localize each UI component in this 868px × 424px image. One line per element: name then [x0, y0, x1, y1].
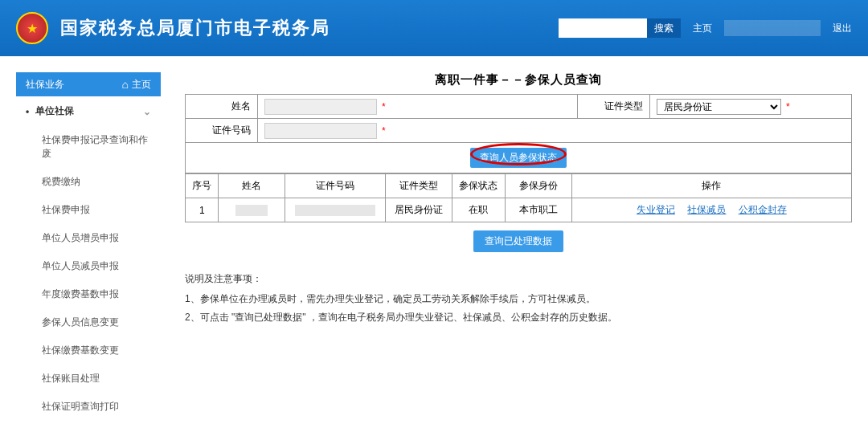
main-content: 离职一件事－－参保人员查询 姓名 * 证件类型 居民身份证* 证件号码 * 查询…: [161, 72, 852, 424]
result-table: 序号 姓名 证件号码 证件类型 参保状态 参保身份 操作 1 居民身份证 在职 …: [185, 173, 852, 222]
id-type-label: 证件类型: [577, 95, 649, 119]
cell-idtype: 居民身份证: [385, 198, 452, 222]
op-reduce-link[interactable]: 社保减员: [687, 204, 726, 215]
query-button-row: 查询人员参保状态: [185, 143, 852, 173]
sidebar-item-10[interactable]: 增加参保险种: [16, 421, 161, 424]
sidebar-parent-label: 单位社保: [35, 104, 74, 118]
id-no-input[interactable]: [264, 123, 377, 139]
chevron-down-icon: ⌄: [143, 106, 151, 117]
sidebar-item-7[interactable]: 社保缴费基数变更: [16, 336, 161, 365]
id-type-select[interactable]: 居民身份证: [657, 99, 781, 115]
sidebar-item-0[interactable]: 社保费申报记录查询和作废: [16, 126, 161, 168]
notes-section: 说明及注意事项： 1、参保单位在办理减员时，需先办理失业登记，确定员工劳动关系解…: [185, 270, 852, 326]
redacted-name: [235, 205, 268, 216]
site-logo-icon: [16, 12, 48, 44]
sidebar-item-3[interactable]: 单位人员增员申报: [16, 224, 161, 252]
th-name: 姓名: [219, 174, 285, 198]
sidebar-item-9[interactable]: 社保证明查询打印: [16, 393, 161, 421]
sidebar: 社保业务 主页 单位社保 ⌄ 社保费申报记录查询和作废 税费缴纳 社保费申报 单…: [16, 72, 161, 424]
th-idtype: 证件类型: [385, 174, 452, 198]
home-link[interactable]: 主页: [693, 22, 712, 35]
header-right: 搜索 主页 退出: [559, 18, 852, 38]
required-mark: *: [382, 101, 386, 112]
id-no-label: 证件号码: [186, 119, 258, 143]
cell-seq: 1: [186, 198, 219, 222]
sidebar-item-8[interactable]: 社保账目处理: [16, 365, 161, 393]
search-box: 搜索: [559, 18, 681, 38]
note-item-1: 1、参保单位在办理减员时，需先办理失业登记，确定员工劳动关系解除手续后，方可社保…: [185, 290, 852, 308]
user-info-placeholder: [724, 20, 821, 36]
search-button[interactable]: 搜索: [647, 18, 681, 38]
query-processed-button[interactable]: 查询已处理数据: [473, 230, 563, 252]
cell-idno: [285, 198, 385, 222]
note-item-2: 2、可点击 "查询已处理数据" ，查询在电子税务局办理失业登记、社保减员、公积金…: [185, 308, 852, 327]
table-row: 1 居民身份证 在职 本市职工 失业登记 社保减员 公积金封存: [186, 198, 852, 222]
sidebar-parent-unit[interactable]: 单位社保 ⌄: [16, 96, 161, 126]
cell-status: 在职: [452, 198, 505, 222]
search-input[interactable]: [559, 18, 647, 38]
sidebar-item-2[interactable]: 社保费申报: [16, 196, 161, 224]
query-form: 姓名 * 证件类型 居民身份证* 证件号码 *: [185, 94, 852, 143]
sidebar-item-5[interactable]: 年度缴费基数申报: [16, 280, 161, 308]
th-seq: 序号: [186, 174, 219, 198]
th-ops: 操作: [571, 174, 851, 198]
required-mark: *: [382, 125, 386, 137]
required-mark: *: [786, 101, 790, 112]
notes-title: 说明及注意事项：: [185, 270, 852, 288]
query-status-button[interactable]: 查询人员参保状态: [470, 148, 567, 168]
op-unemployment-link[interactable]: 失业登记: [637, 204, 675, 215]
cell-ops: 失业登记 社保减员 公积金封存: [571, 198, 851, 222]
site-title: 国家税务总局厦门市电子税务局: [60, 16, 330, 40]
th-identity: 参保身份: [505, 174, 571, 198]
sidebar-item-1[interactable]: 税费缴纳: [16, 168, 161, 196]
sidebar-header-label: 社保业务: [26, 78, 64, 92]
page-title: 离职一件事－－参保人员查询: [185, 72, 852, 88]
sidebar-item-6[interactable]: 参保人员信息变更: [16, 308, 161, 336]
cell-name: [219, 198, 285, 222]
th-idno: 证件号码: [285, 174, 385, 198]
op-fund-seal-link[interactable]: 公积金封存: [739, 204, 787, 215]
sidebar-header[interactable]: 社保业务 主页: [16, 72, 161, 96]
header-bar: 国家税务总局厦门市电子税务局 搜索 主页 退出: [0, 0, 868, 56]
th-status: 参保状态: [452, 174, 505, 198]
cell-identity: 本市职工: [505, 198, 571, 222]
name-input[interactable]: [264, 99, 377, 115]
sidebar-item-4[interactable]: 单位人员减员申报: [16, 252, 161, 280]
redacted-idno: [295, 205, 375, 216]
name-label: 姓名: [186, 95, 258, 119]
logout-link[interactable]: 退出: [833, 22, 852, 35]
home-icon[interactable]: 主页: [122, 78, 151, 92]
